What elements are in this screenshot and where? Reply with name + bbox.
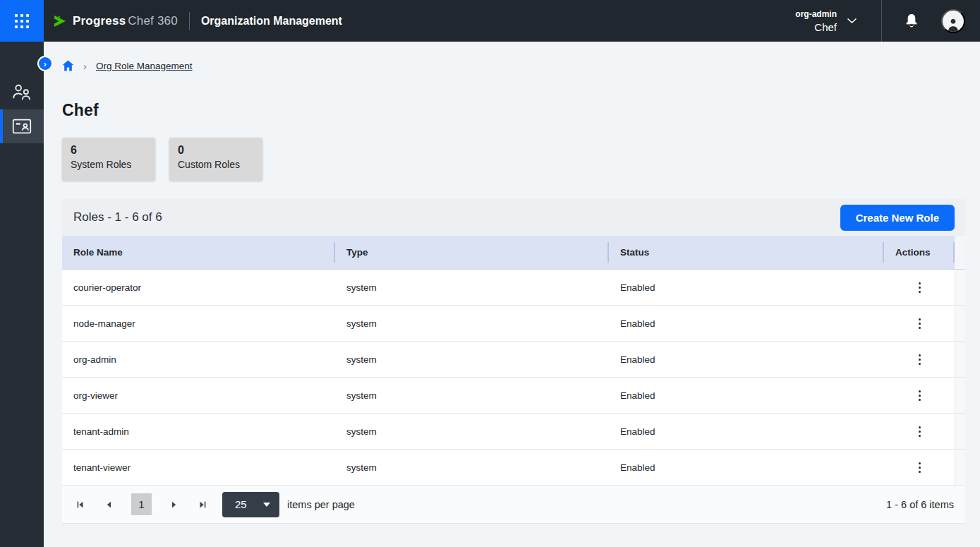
kebab-menu-icon — [919, 462, 921, 473]
breadcrumb: › Org Role Management — [62, 59, 980, 72]
row-actions-kebab-button[interactable] — [909, 313, 929, 333]
apps-grid-button[interactable] — [0, 0, 44, 42]
breadcrumb-separator: › — [80, 61, 90, 71]
apps-grid-icon — [14, 13, 30, 29]
brand-logo: ProgressChef 360 — [54, 14, 178, 28]
role-status-cell: Enabled — [609, 450, 884, 485]
org-name-label: Chef — [814, 21, 837, 33]
table-scroll-gutter — [955, 450, 965, 485]
page-size-value: 25 — [235, 498, 247, 510]
pagination-bar: 1 25 items per page 1 - 6 of 6 items — [62, 486, 965, 524]
notifications-button[interactable] — [902, 12, 921, 30]
breadcrumb-link-org-role-management[interactable]: Org Role Management — [96, 61, 193, 71]
user-avatar-icon — [945, 16, 961, 32]
chevron-down-icon — [847, 18, 857, 24]
column-header-role-name: Role Name — [62, 236, 335, 269]
kebab-menu-icon — [919, 354, 921, 365]
top-bar: ProgressChef 360 Organization Management… — [0, 0, 980, 42]
table-scroll-gutter — [955, 414, 965, 449]
custom-roles-label: Custom Roles — [178, 159, 254, 170]
next-page-icon — [170, 500, 179, 510]
roles-table-body: courier-operator system Enabled node-man… — [62, 270, 965, 486]
create-new-role-button[interactable]: Create New Role — [840, 205, 955, 231]
role-type-cell: system — [335, 450, 609, 485]
row-actions-kebab-button[interactable] — [909, 385, 929, 405]
role-type-cell: system — [335, 414, 609, 449]
table-row: tenant-admin system Enabled — [62, 414, 965, 450]
role-type-cell: system — [335, 306, 609, 341]
row-actions-kebab-button[interactable] — [909, 457, 929, 477]
kebab-menu-icon — [919, 426, 921, 437]
row-actions-kebab-button[interactable] — [909, 421, 929, 441]
table-row: org-viewer system Enabled — [62, 378, 965, 414]
role-name-cell: node-manager — [62, 306, 335, 341]
sidebar-item-org-roles[interactable] — [0, 109, 44, 143]
role-name-cell: tenant-admin — [62, 414, 335, 449]
items-per-page-label: items per page — [287, 499, 355, 510]
system-roles-label: System Roles — [71, 159, 147, 170]
role-status-cell: Enabled — [609, 270, 884, 305]
table-row: org-admin system Enabled — [62, 342, 965, 378]
role-status-cell: Enabled — [609, 342, 884, 377]
role-name-cell: org-admin — [62, 342, 335, 377]
role-type-cell: system — [335, 342, 609, 377]
last-page-button[interactable] — [197, 499, 208, 510]
role-status-cell: Enabled — [609, 378, 884, 413]
table-scroll-gutter — [955, 378, 965, 413]
table-row: tenant-viewer system Enabled — [62, 450, 965, 486]
sidebar-expand-button[interactable]: › — [37, 56, 53, 71]
table-scroll-gutter — [955, 306, 965, 341]
kebab-menu-icon — [919, 390, 921, 401]
kebab-menu-icon — [919, 318, 921, 329]
org-role-label: org-admin — [795, 9, 837, 19]
main-content: › Org Role Management Chef 6 System Role… — [44, 42, 980, 547]
topbar-divider — [881, 0, 882, 42]
row-actions-kebab-button[interactable] — [909, 277, 929, 297]
table-row: courier-operator system Enabled — [62, 270, 965, 306]
org-switcher[interactable]: org-admin Chef — [795, 9, 857, 33]
role-type-cell: system — [335, 378, 609, 413]
sidebar — [0, 42, 44, 547]
pagination-range-label: 1 - 6 of 6 items — [886, 499, 954, 510]
roles-table-title: Roles - 1 - 6 of 6 — [73, 210, 162, 224]
current-page-button[interactable]: 1 — [131, 493, 152, 515]
sidebar-item-users[interactable] — [0, 76, 44, 109]
bell-icon — [904, 13, 919, 30]
first-page-icon — [75, 500, 85, 510]
table-scroll-gutter — [955, 270, 965, 305]
custom-roles-card: 0 Custom Roles — [169, 138, 262, 181]
page-size-dropdown[interactable]: 25 — [222, 492, 279, 517]
id-badge-icon — [12, 118, 32, 135]
last-page-icon — [198, 500, 207, 510]
previous-page-button[interactable] — [103, 499, 114, 510]
table-scroll-gutter — [955, 236, 965, 269]
role-name-cell: org-viewer — [62, 378, 335, 413]
table-scroll-gutter — [955, 342, 965, 377]
role-type-cell: system — [335, 270, 609, 305]
roles-table-toolbar: Roles - 1 - 6 of 6 Create New Role — [62, 199, 965, 236]
pager-controls: 1 — [75, 493, 208, 515]
dropdown-caret-icon — [263, 503, 270, 507]
role-name-cell: courier-operator — [62, 270, 335, 305]
home-icon[interactable] — [62, 60, 74, 71]
role-status-cell: Enabled — [609, 306, 884, 341]
system-roles-count: 6 — [71, 144, 147, 157]
role-status-cell: Enabled — [609, 414, 884, 449]
row-actions-kebab-button[interactable] — [909, 349, 929, 369]
role-name-cell: tenant-viewer — [62, 450, 335, 485]
users-icon — [12, 83, 32, 102]
next-page-button[interactable] — [169, 499, 180, 510]
brand-title-divider — [189, 12, 190, 30]
custom-roles-count: 0 — [178, 144, 254, 157]
kebab-menu-icon — [919, 282, 921, 293]
column-header-type: Type — [335, 236, 609, 269]
first-page-button[interactable] — [75, 499, 86, 510]
brand-text: ProgressChef 360 — [73, 14, 178, 28]
previous-page-icon — [104, 500, 113, 510]
table-row: node-manager system Enabled — [62, 306, 965, 342]
roles-table-header: Role Name Type Status Actions — [62, 236, 965, 270]
roles-table-card: Roles - 1 - 6 of 6 Create New Role Role … — [62, 199, 965, 524]
progress-chef-logo-icon — [54, 15, 68, 28]
column-header-actions: Actions — [884, 236, 955, 269]
user-avatar-button[interactable] — [941, 9, 965, 33]
